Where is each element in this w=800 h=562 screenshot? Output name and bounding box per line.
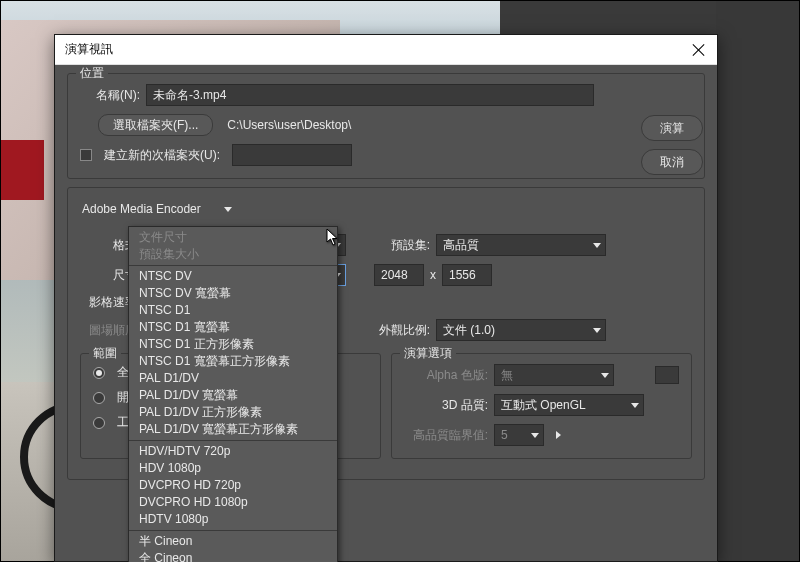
dialog-title: 演算視訊 <box>65 41 691 58</box>
close-icon[interactable] <box>691 42 707 58</box>
size-option[interactable]: NTSC D1 <box>129 302 337 319</box>
range-all-radio[interactable] <box>93 367 105 379</box>
hq-dropdown: 5 <box>494 424 544 446</box>
chevron-down-icon <box>531 433 539 438</box>
name-label: 名稱(N): <box>80 87 140 104</box>
size-option[interactable]: HDTV 1080p <box>129 511 337 528</box>
size-option[interactable]: HDV 1080p <box>129 460 337 477</box>
chevron-down-icon <box>593 328 601 333</box>
subfolder-checkbox[interactable] <box>80 149 92 161</box>
size-option[interactable]: NTSC D1 正方形像素 <box>129 336 337 353</box>
width-field[interactable] <box>374 264 424 286</box>
options-legend: 演算選項 <box>400 345 456 362</box>
size-dropdown-menu[interactable]: 文件尺寸預設集大小NTSC DVNTSC DV 寬螢幕NTSC D1NTSC D… <box>128 226 338 562</box>
path-text: C:\Users\user\Desktop\ <box>227 118 351 132</box>
subfolder-label: 建立新的次檔案夾(U): <box>104 147 220 164</box>
size-option[interactable]: PAL D1/DV 寬螢幕 <box>129 387 337 404</box>
range-work-radio[interactable] <box>93 417 105 429</box>
chevron-down-icon <box>593 243 601 248</box>
render-options-group: 演算選項 Alpha 色版: 無 3D 品質: 互動式 OpenGL 高品質臨界… <box>391 353 692 459</box>
matte-color-swatch[interactable] <box>655 366 679 384</box>
encoder-app-dropdown[interactable]: Adobe Media Encoder <box>76 198 236 220</box>
size-option[interactable]: 全 Cineon <box>129 550 337 562</box>
quality3d-label: 3D 品質: <box>404 397 488 414</box>
subfolder-field[interactable] <box>232 144 352 166</box>
size-option[interactable]: 半 Cineon <box>129 533 337 550</box>
dialog-titlebar: 演算視訊 <box>55 35 717 65</box>
alpha-label: Alpha 色版: <box>404 367 488 384</box>
size-option[interactable]: PAL D1/DV 正方形像素 <box>129 404 337 421</box>
alpha-dropdown: 無 <box>494 364 614 386</box>
chevron-down-icon <box>601 373 609 378</box>
size-option[interactable]: PAL D1/DV <box>129 370 337 387</box>
size-option[interactable]: DVCPRO HD 720p <box>129 477 337 494</box>
aspect-label: 外觀比例: <box>368 322 430 339</box>
browse-folder-button[interactable]: 選取檔案夾(F)... <box>98 114 213 136</box>
size-option[interactable]: NTSC D1 寬螢幕 <box>129 319 337 336</box>
chevron-down-icon <box>631 403 639 408</box>
location-legend: 位置 <box>76 65 108 82</box>
size-option[interactable]: NTSC DV 寬螢幕 <box>129 285 337 302</box>
range-legend: 範圍 <box>89 345 121 362</box>
location-group: 位置 名稱(N): 選取檔案夾(F)... C:\Users\user\Desk… <box>67 73 705 179</box>
cursor-icon <box>326 228 340 249</box>
quality3d-dropdown[interactable]: 互動式 OpenGL <box>494 394 644 416</box>
aspect-dropdown[interactable]: 文件 (1.0) <box>436 319 606 341</box>
size-option[interactable]: DVCPRO HD 1080p <box>129 494 337 511</box>
height-field[interactable] <box>442 264 492 286</box>
chevron-down-icon <box>224 207 232 212</box>
expand-icon[interactable] <box>556 431 561 439</box>
size-option[interactable]: NTSC DV <box>129 268 337 285</box>
size-option: 文件尺寸 <box>129 229 337 246</box>
size-option[interactable]: HDV/HDTV 720p <box>129 443 337 460</box>
name-field[interactable] <box>146 84 594 106</box>
preset-dropdown[interactable]: 高品質 <box>436 234 606 256</box>
preset-label: 預設集: <box>352 237 430 254</box>
size-option: 預設集大小 <box>129 246 337 263</box>
encoder-app-value: Adobe Media Encoder <box>82 202 201 216</box>
size-x: x <box>430 268 436 282</box>
size-option[interactable]: PAL D1/DV 寬螢幕正方形像素 <box>129 421 337 438</box>
app-dark-panel <box>716 0 800 562</box>
size-option[interactable]: NTSC D1 寬螢幕正方形像素 <box>129 353 337 370</box>
range-start-radio[interactable] <box>93 392 105 404</box>
hq-label: 高品質臨界值: <box>404 427 488 444</box>
